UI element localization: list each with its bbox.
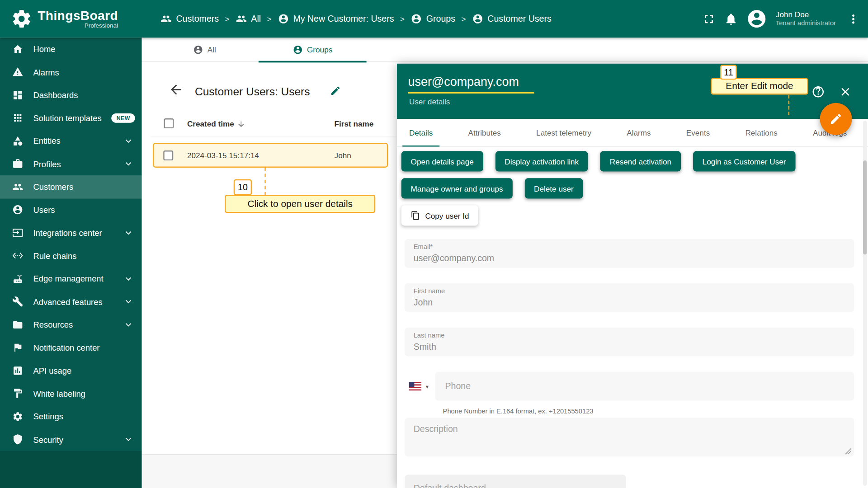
copy-user-id-button[interactable]: Copy user Id bbox=[401, 205, 479, 225]
breadcrumb-separator: > bbox=[225, 14, 230, 23]
select-all-checkbox[interactable] bbox=[164, 118, 174, 128]
description-input[interactable] bbox=[414, 424, 845, 450]
sidebar-item-edge-management[interactable]: Edge management bbox=[0, 267, 142, 290]
user-info[interactable]: John Doe Tenant administrator bbox=[776, 9, 836, 28]
drawer-actions-row-2: Manage owner and groups Delete user bbox=[401, 178, 583, 198]
paint-icon bbox=[12, 388, 23, 399]
column-header-first-name[interactable]: First name bbox=[335, 119, 374, 128]
table-row-user-john[interactable]: 2024-03-15 15:17:14 John bbox=[153, 143, 388, 168]
home-icon bbox=[12, 43, 23, 54]
person-circle-icon bbox=[411, 13, 422, 24]
sidebar-item-label: Edge management bbox=[33, 274, 113, 283]
page-title: Customer Users: Users bbox=[195, 84, 310, 99]
tab-attributes[interactable]: Attributes bbox=[462, 119, 508, 146]
sidebar-item-home[interactable]: Home bbox=[0, 38, 142, 61]
back-arrow-icon[interactable] bbox=[168, 82, 184, 97]
thingsboard-logo-icon bbox=[11, 8, 32, 29]
kebab-menu-icon[interactable] bbox=[846, 12, 860, 26]
phone-country-selector[interactable]: ▾ bbox=[405, 372, 436, 401]
sidebar-item-rule-chains[interactable]: Rule chains bbox=[0, 244, 142, 267]
breadcrumb-separator: > bbox=[462, 14, 466, 23]
tab-alarms[interactable]: Alarms bbox=[620, 119, 658, 146]
sidebar-item-api-usage[interactable]: API usage bbox=[0, 359, 142, 382]
annotation-connector-11 bbox=[788, 95, 789, 115]
sidebar-item-white-labeling[interactable]: White labeling bbox=[0, 382, 142, 405]
new-badge: NEW bbox=[112, 113, 135, 123]
fullscreen-icon[interactable] bbox=[702, 12, 716, 26]
people-icon bbox=[12, 181, 23, 192]
tab-details[interactable]: Details bbox=[402, 119, 439, 146]
breadcrumb-customer-users[interactable]: Customer Users bbox=[472, 13, 552, 24]
people-icon bbox=[160, 13, 171, 24]
sidebar-item-notification-center[interactable]: Notification center bbox=[0, 336, 142, 359]
sidebar-item-entities[interactable]: Entities bbox=[0, 130, 142, 153]
sidebar-item-dashboards[interactable]: Dashboards bbox=[0, 84, 142, 107]
manage-owner-and-groups-button[interactable]: Manage owner and groups bbox=[401, 178, 513, 198]
tab-latest-telemetry[interactable]: Latest telemetry bbox=[529, 119, 598, 146]
first-name-field: First name John bbox=[405, 283, 854, 312]
sidebar-item-settings[interactable]: Settings bbox=[0, 405, 142, 428]
breadcrumb-label: Customers bbox=[176, 14, 219, 24]
user-details-drawer: user@company.com User details Details At… bbox=[397, 64, 868, 488]
row-checkbox[interactable] bbox=[163, 150, 173, 160]
resize-handle-icon[interactable] bbox=[845, 448, 851, 454]
person-circle-icon bbox=[278, 13, 288, 24]
phone-input[interactable] bbox=[444, 380, 845, 391]
open-details-page-button[interactable]: Open details page bbox=[401, 151, 483, 171]
sidebar-item-alarms[interactable]: Alarms bbox=[0, 61, 142, 84]
edit-fab-button[interactable] bbox=[820, 103, 852, 135]
resend-activation-button[interactable]: Resend activation bbox=[600, 151, 681, 171]
tools-icon bbox=[12, 296, 23, 307]
sidebar-item-integrations-center[interactable]: Integrations center bbox=[0, 221, 142, 244]
edit-group-name-icon[interactable] bbox=[330, 85, 341, 96]
drawer-subtitle: User details bbox=[409, 98, 450, 107]
rule-chain-icon bbox=[12, 250, 23, 261]
dashboards-icon bbox=[12, 89, 23, 100]
close-icon[interactable] bbox=[839, 85, 852, 99]
default-dashboard-field[interactable]: Default dashboard bbox=[405, 475, 626, 488]
sidebar-item-profiles[interactable]: Profiles bbox=[0, 152, 142, 175]
sidebar-item-label: Users bbox=[33, 205, 134, 215]
breadcrumb-label: My New Customer: Users bbox=[293, 14, 394, 24]
entity-tabs: All Groups bbox=[142, 38, 868, 62]
notifications-bell-icon[interactable] bbox=[724, 12, 738, 26]
sidebar-item-security[interactable]: Security bbox=[0, 428, 142, 451]
scrollbar-thumb[interactable] bbox=[863, 160, 867, 254]
avatar[interactable] bbox=[746, 8, 768, 29]
sidebar-item-customers[interactable]: Customers bbox=[0, 175, 142, 198]
login-as-customer-user-button[interactable]: Login as Customer User bbox=[693, 151, 795, 171]
us-flag-icon bbox=[409, 382, 422, 391]
person-circle-icon bbox=[12, 204, 23, 215]
last-name-label: Last name bbox=[414, 331, 845, 339]
sidebar-item-label: Security bbox=[33, 435, 113, 444]
breadcrumb-groups[interactable]: Groups bbox=[411, 13, 456, 24]
sidebar-item-advanced-features[interactable]: Advanced features bbox=[0, 290, 142, 313]
tab-relations[interactable]: Relations bbox=[739, 119, 784, 146]
last-name-value: Smith bbox=[414, 342, 845, 352]
chevron-down-icon bbox=[123, 273, 134, 284]
sidebar-item-label: Entities bbox=[33, 136, 113, 146]
sidebar-item-resources[interactable]: Resources bbox=[0, 313, 142, 336]
sidebar-item-label: Rule chains bbox=[33, 251, 134, 261]
phone-field bbox=[435, 372, 854, 401]
sort-descending-icon bbox=[237, 120, 245, 128]
breadcrumb-all[interactable]: All bbox=[236, 13, 261, 24]
tab-events[interactable]: Events bbox=[679, 119, 717, 146]
tab-groups[interactable]: Groups bbox=[259, 38, 367, 62]
breadcrumb-label: All bbox=[251, 14, 261, 24]
table-header-divider bbox=[151, 136, 396, 137]
help-icon[interactable] bbox=[811, 85, 825, 99]
user-name: John Doe bbox=[776, 9, 836, 19]
display-activation-link-button[interactable]: Display activation link bbox=[495, 151, 588, 171]
sidebar-item-solution-templates[interactable]: Solution templates NEW bbox=[0, 107, 142, 130]
breadcrumb-my-new-customer-users[interactable]: My New Customer: Users bbox=[278, 13, 394, 24]
sidebar-item-label: API usage bbox=[33, 366, 134, 375]
tab-all[interactable]: All bbox=[151, 38, 259, 62]
delete-user-button[interactable]: Delete user bbox=[524, 178, 583, 198]
breadcrumb-customers[interactable]: Customers bbox=[160, 13, 219, 24]
app-logo[interactable]: ThingsBoard Professional bbox=[0, 8, 142, 29]
column-header-created-time[interactable]: Created time bbox=[187, 119, 245, 128]
chevron-down-icon bbox=[123, 136, 134, 146]
cell-first-name: John bbox=[335, 151, 351, 160]
sidebar-item-users[interactable]: Users bbox=[0, 198, 142, 221]
